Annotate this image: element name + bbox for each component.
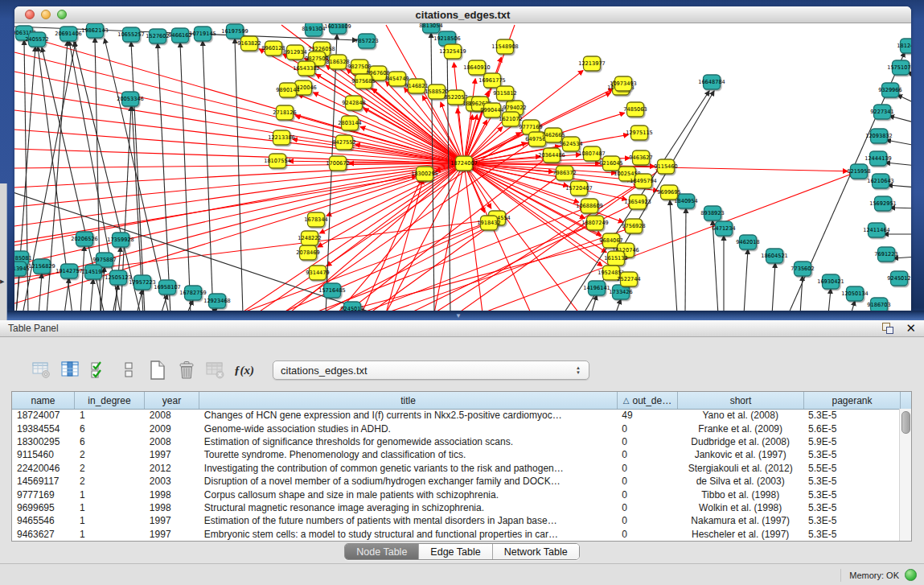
table-row[interactable]: 1872400712008Changes of HCN gene express… xyxy=(12,409,900,422)
minimize-window-icon[interactable] xyxy=(41,10,51,19)
graph-node[interactable]: 12923468 xyxy=(203,294,231,308)
graph-node[interactable]: 9756928 xyxy=(622,219,645,233)
graph-node[interactable]: 19862143 xyxy=(81,23,109,38)
memory-ok-indicator-icon[interactable] xyxy=(905,569,917,581)
table-row[interactable]: 977716911998Corpus callosum shape and si… xyxy=(12,488,900,501)
graph-node[interactable]: 8813054 xyxy=(419,23,442,33)
graph-node[interactable]: 16958107 xyxy=(154,280,181,295)
graph-node[interactable]: 20053346 xyxy=(117,92,144,106)
table-row[interactable]: 2242004622012Investigating the contribut… xyxy=(12,462,900,475)
graph-node[interactable]: 7735602 xyxy=(791,262,814,276)
graph-node[interactable]: 3624534 xyxy=(559,137,582,151)
table-row[interactable]: 1830029562008Estimation of significance … xyxy=(12,435,900,448)
graph-node[interactable]: 12505123 xyxy=(105,270,132,285)
graph-node[interactable]: 1145194 xyxy=(81,265,105,279)
graph-node[interactable]: 19142757 xyxy=(55,264,83,278)
graph-node[interactable]: 12444139 xyxy=(864,151,892,166)
graph-node[interactable]: 8191304 xyxy=(302,23,325,36)
graph-node[interactable]: 2718126 xyxy=(273,105,296,120)
graph-node[interactable]: 9163822 xyxy=(237,36,261,51)
collapsed-panel-strip[interactable]: ▶ xyxy=(0,183,7,320)
zoom-window-icon[interactable] xyxy=(57,10,67,19)
graph-node[interactable]: 18107554 xyxy=(264,154,291,168)
graph-node[interactable]: 16782759 xyxy=(179,286,207,300)
graph-node[interactable]: 9875685 xyxy=(351,74,375,89)
graph-node[interactable]: 7986372 xyxy=(552,166,576,180)
graph-node[interactable]: 12325419 xyxy=(439,44,466,59)
graph-node[interactable]: 9314479 xyxy=(306,266,329,280)
graph-node[interactable]: 1678344 xyxy=(304,212,327,227)
tab-network-table[interactable]: Network Table xyxy=(493,544,579,559)
graph-node[interactable]: 2078469 xyxy=(296,245,319,260)
delete-column-icon[interactable] xyxy=(175,360,197,381)
table-row[interactable]: 1456911722003Disruption of a novel membe… xyxy=(12,475,900,488)
graph-node[interactable]: 9227341 xyxy=(870,105,893,119)
graph-node[interactable]: 9245012 xyxy=(887,271,910,286)
table-row[interactable]: 946554611997Estimation of the future num… xyxy=(12,514,900,527)
graph-node[interactable]: 19218506 xyxy=(433,31,461,46)
graph-node[interactable]: 9115460 xyxy=(654,159,677,174)
graph-node[interactable]: 1733426 xyxy=(609,285,632,299)
graph-node[interactable]: 7462665 xyxy=(541,128,565,142)
graph-node[interactable]: 12050134 xyxy=(841,286,869,301)
graph-node[interactable]: 8912934 xyxy=(283,45,306,60)
graph-node[interactable]: 2803144 xyxy=(338,116,361,130)
column-header-title[interactable]: title xyxy=(199,392,618,409)
graph-node[interactable]: 10655257 xyxy=(117,27,145,42)
graph-node[interactable]: 9990444 xyxy=(480,103,503,117)
select-columns-icon[interactable] xyxy=(88,360,110,381)
graph-node[interactable]: 1812405 xyxy=(897,39,911,53)
graph-node[interactable]: 10688609 xyxy=(576,199,603,213)
graph-node[interactable]: 18640910 xyxy=(463,60,491,75)
graph-node[interactable]: 16033809 xyxy=(324,23,351,34)
row-height-icon[interactable] xyxy=(117,360,139,381)
graph-node[interactable]: 8215958 xyxy=(847,164,870,179)
column-header-name[interactable]: name xyxy=(12,392,75,409)
table-row[interactable]: 946362711997Embryonic stem cells: a mode… xyxy=(12,528,900,541)
column-header-in_degree[interactable]: in_degree xyxy=(75,392,145,409)
graph-node[interactable]: 9699695 xyxy=(657,185,680,200)
tab-node-table[interactable]: Node Table xyxy=(345,544,419,559)
tab-edge-table[interactable]: Edge Table xyxy=(419,544,492,559)
float-window-icon[interactable] xyxy=(881,323,894,334)
close-window-icon[interactable] xyxy=(25,10,35,19)
graph-node[interactable]: 7485063 xyxy=(623,102,647,117)
graph-node[interactable]: 8427552 xyxy=(332,135,355,150)
table-row[interactable]: 969969511998Structural magnetic resonanc… xyxy=(12,501,900,514)
table-row[interactable]: 911546021997Tourette syndrome. Phenomeno… xyxy=(12,448,900,461)
graph-node[interactable]: 16210643 xyxy=(867,174,894,188)
table-selector-combobox[interactable]: citations_edges.txt ▲▼ xyxy=(273,360,589,380)
graph-node[interactable]: 16930421 xyxy=(817,274,844,289)
graph-node[interactable]: 12411464 xyxy=(863,223,890,237)
graph-node[interactable]: 9462018 xyxy=(736,235,759,249)
graph-node[interactable]: 12156829 xyxy=(28,259,55,274)
graph-node[interactable]: 1248222 xyxy=(298,231,321,245)
graph-node[interactable]: 9329966 xyxy=(878,83,901,97)
graph-node[interactable]: 15720407 xyxy=(565,181,593,196)
graph-node[interactable]: 20206526 xyxy=(71,232,98,246)
graph-node[interactable]: 1527602 xyxy=(146,29,169,43)
column-header-out_de[interactable]: △out_de… xyxy=(618,392,678,409)
scrollbar-thumb[interactable] xyxy=(901,411,910,434)
column-header-short[interactable]: short xyxy=(678,392,804,409)
show-column-icon[interactable] xyxy=(60,360,81,381)
graph-node[interactable]: 12213977 xyxy=(578,56,606,71)
graph-node[interactable]: 7857223 xyxy=(355,34,378,48)
graph-node[interactable]: 1615132 xyxy=(604,251,627,266)
column-header-year[interactable]: year xyxy=(145,392,199,409)
graph-node[interactable]: 16961775 xyxy=(478,73,506,88)
expand-panel-icon[interactable]: ▶ xyxy=(0,278,4,285)
close-panel-icon[interactable]: ✕ xyxy=(906,323,916,334)
create-column-icon[interactable] xyxy=(146,360,168,381)
graph-node[interactable]: 14196141 xyxy=(583,281,610,295)
graph-node[interactable]: 16648784 xyxy=(698,75,725,89)
graph-node[interactable]: 15692951 xyxy=(869,196,897,211)
graph-node[interactable]: 9890144 xyxy=(276,83,299,97)
network-canvas[interactable]: 2063157240557220691406198621431065525715… xyxy=(14,23,911,312)
graph-node[interactable]: 1700672 xyxy=(326,156,349,171)
graph-node[interactable]: 15751074 xyxy=(887,60,911,75)
column-header-pagerank[interactable]: pagerank xyxy=(804,392,901,409)
graph-node[interactable]: 11548908 xyxy=(491,39,519,54)
graph-node[interactable]: 9242848 xyxy=(342,96,365,110)
graph-node[interactable]: 12975115 xyxy=(626,126,653,140)
